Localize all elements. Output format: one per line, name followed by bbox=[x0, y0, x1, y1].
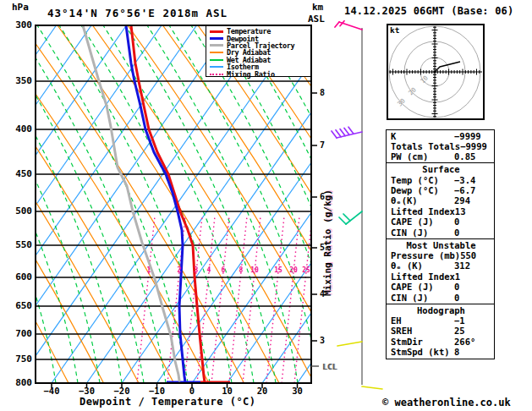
info-table-row-value: −3.4 bbox=[454, 175, 491, 185]
temperature-tick-label: −30 bbox=[70, 386, 104, 396]
mixing-ratio-value-label: 1 bbox=[143, 266, 155, 274]
km-tick-label: 7 bbox=[320, 140, 325, 150]
wind-barb-segment bbox=[343, 214, 350, 221]
pressure-tick-label: 350 bbox=[5, 75, 32, 86]
mixing-ratio-value-label: 25 bbox=[300, 266, 312, 274]
info-table-section: Most UnstablePressure (mb)550θₑ (K)312Li… bbox=[386, 238, 495, 304]
plot-border bbox=[36, 25, 311, 383]
pressure-tick-label: 700 bbox=[5, 328, 32, 339]
info-table-row-value: 1 bbox=[455, 271, 492, 282]
info-table-row-label: K bbox=[391, 131, 454, 141]
temperature-tick-label: 10 bbox=[211, 386, 244, 396]
wind-barb-segment bbox=[346, 211, 362, 224]
temperature-tick-label: −20 bbox=[105, 386, 139, 396]
barb-300hPa bbox=[335, 21, 362, 30]
km-tick-label: 5 bbox=[320, 243, 325, 252]
info-table-row: Lifted Index1 bbox=[391, 271, 491, 282]
info-table-row-value: −6.7 bbox=[454, 185, 491, 195]
info-table-row-value: 550 bbox=[460, 250, 497, 260]
legend-item: Wet Adiabat bbox=[210, 57, 308, 63]
wet-adiabat-line bbox=[81, 25, 232, 383]
hodograph: 102030 bbox=[387, 24, 485, 120]
temperature-tick-label: 20 bbox=[245, 386, 279, 396]
info-table-row: PW (cm)0.85 bbox=[391, 151, 491, 162]
info-table-row-value: 8 bbox=[454, 347, 491, 357]
info-table-row-label: Lifted Index bbox=[391, 271, 455, 282]
info-table-row-label: CIN (J) bbox=[391, 293, 454, 303]
info-table-row-label: SREH bbox=[391, 326, 454, 336]
pressure-tick-label: 300 bbox=[5, 19, 32, 30]
datetime-label: 14.12.2025 06GMT (Base: 06) bbox=[344, 5, 513, 17]
info-table-row-label: CAPE (J) bbox=[391, 216, 454, 227]
info-table-row: CAPE (J)0 bbox=[391, 282, 491, 292]
mixing-ratio-value-label: 8 bbox=[235, 266, 247, 274]
wind-barb-segment bbox=[348, 127, 354, 134]
info-table-row: SREH25 bbox=[391, 326, 491, 336]
temperature-tick-label: −40 bbox=[35, 386, 69, 396]
legend-line-sample bbox=[210, 59, 223, 61]
legend-line-sample bbox=[210, 66, 223, 68]
info-table-row-value: 266° bbox=[454, 337, 491, 347]
info-table-row: CIN (J)0 bbox=[391, 227, 491, 238]
legend-line-sample bbox=[210, 37, 223, 40]
pressure-tick-label: 450 bbox=[5, 168, 32, 179]
page-title: 43°14'N 76°56'E 2018m ASL bbox=[47, 7, 228, 19]
pressure-axis-unit: hPa bbox=[12, 2, 29, 13]
info-table-section-header: Surface bbox=[391, 164, 491, 174]
info-table-section: SurfaceTemp (°C)−3.4Dewp (°C)−6.7θₑ(K)29… bbox=[386, 162, 495, 239]
info-table-row: StmDir266° bbox=[391, 337, 491, 347]
info-table-row-label: EH bbox=[391, 315, 454, 326]
wind-barb-segment bbox=[336, 130, 341, 137]
dry-adiabat-line bbox=[128, 25, 349, 383]
barb-450hPa bbox=[332, 127, 362, 138]
hodograph-wind-trace bbox=[435, 62, 460, 72]
info-table-row: Pressure (mb)550 bbox=[391, 250, 491, 260]
km-tick-label: 6 bbox=[320, 192, 325, 201]
info-table-row-value: 0 bbox=[454, 227, 491, 238]
temperature-tick-label: 0 bbox=[175, 386, 209, 396]
info-table-section-header: Most Unstable bbox=[391, 240, 491, 250]
info-table-row-value: −9999 bbox=[454, 131, 491, 141]
legend-item: Mixing Ratio bbox=[210, 70, 308, 77]
info-table-section-header: Hodograph bbox=[391, 305, 491, 315]
dry-adiabat-line bbox=[93, 25, 315, 383]
info-table-row-value: 13 bbox=[455, 206, 492, 216]
dry-adiabat-line bbox=[163, 25, 385, 383]
wind-barb-segment bbox=[340, 129, 345, 136]
mixing-ratio-axis-title: Mixing Ratio (g/kg) bbox=[322, 161, 333, 296]
wind-barb-segment bbox=[337, 342, 362, 346]
info-table-row-value: 25 bbox=[454, 326, 491, 336]
mixing-ratio-value-label: 3 bbox=[190, 266, 202, 274]
info-table-row-label: CIN (J) bbox=[391, 227, 454, 238]
legend-line-sample bbox=[210, 74, 223, 75]
km-tick-label: 3 bbox=[320, 336, 325, 345]
info-table-row: Dewp (°C)−6.7 bbox=[391, 185, 491, 195]
info-table: K−9999Totals Totals−9999PW (cm)0.85Surfa… bbox=[386, 130, 495, 359]
pressure-tick-label: 800 bbox=[5, 377, 32, 388]
mixing-ratio-value-label: 6 bbox=[217, 266, 229, 274]
info-table-row-value: 0 bbox=[454, 282, 491, 292]
copyright: © weatheronline.co.uk bbox=[382, 397, 511, 408]
wind-barb-segment bbox=[339, 217, 346, 224]
wind-barb-segment bbox=[344, 128, 349, 134]
pressure-tick-label: 650 bbox=[5, 300, 32, 311]
info-table-row-label: θₑ (K) bbox=[391, 260, 454, 271]
skewt-sounding-screenshot: hPa 43°14'N 76°56'E 2018m ASL km ASL 14.… bbox=[0, 0, 532, 411]
wind-barb-segment bbox=[362, 386, 382, 389]
info-table-row: Totals Totals−9999 bbox=[391, 141, 491, 151]
info-table-row-value: −9999 bbox=[460, 141, 497, 151]
km-tick-label: 8 bbox=[320, 88, 325, 97]
info-table-row-label: Dewp (°C) bbox=[391, 185, 454, 195]
legend-item: Temperature bbox=[210, 28, 308, 35]
mixing-ratio-line bbox=[243, 216, 261, 383]
pressure-tick-label: 550 bbox=[5, 239, 32, 250]
wet-adiabat-line bbox=[169, 25, 320, 383]
pressure-tick-label: 400 bbox=[5, 123, 32, 134]
wind-barb-segment bbox=[335, 22, 339, 27]
info-table-row-value: 0 bbox=[454, 216, 491, 227]
info-table-row-value: −1 bbox=[454, 315, 491, 326]
legend-line-sample bbox=[210, 44, 223, 47]
wet-adiabat-line bbox=[191, 25, 342, 383]
barb-surface bbox=[362, 386, 382, 389]
info-table-row-label: StmDir bbox=[391, 337, 454, 347]
